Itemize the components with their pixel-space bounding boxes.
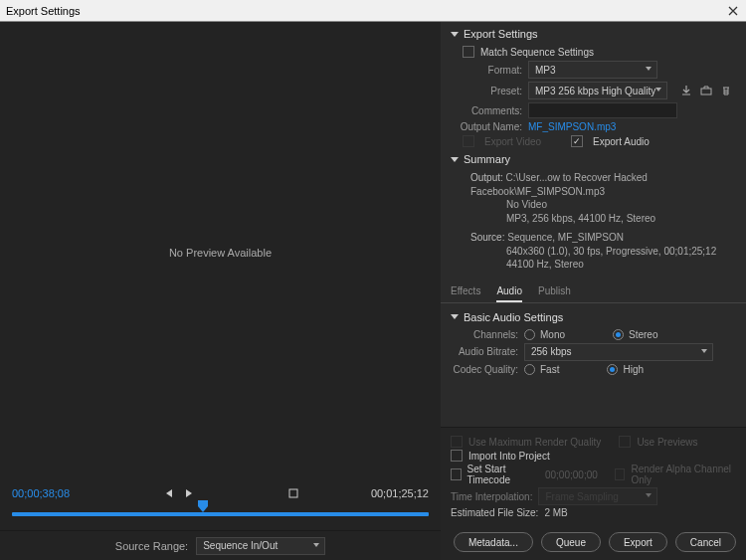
timeline-bar[interactable] [0, 504, 441, 522]
export-button[interactable]: Export [609, 532, 667, 552]
est-size-label: Estimated File Size: [451, 507, 538, 518]
radio-icon [524, 329, 535, 340]
footer-buttons: Metadata... Queue Export Cancel [441, 526, 746, 560]
playback-controls [70, 489, 287, 497]
radio-icon [524, 364, 535, 375]
max-render-checkbox [451, 436, 463, 448]
cancel-button[interactable]: Cancel [675, 532, 736, 552]
tabs: Effects Audio Publish [441, 281, 746, 303]
summary-source-label: Source: [470, 232, 504, 243]
preset-label: Preset: [451, 86, 522, 96]
source-range-value: Sequence In/Out [203, 540, 278, 551]
match-sequence-checkbox[interactable] [463, 46, 474, 58]
timeline-right-group: 00;01;25;12 [287, 487, 429, 499]
channels-mono-option[interactable]: Mono [524, 329, 565, 340]
chevron-down-icon [655, 88, 661, 92]
svg-marker-3 [198, 500, 208, 512]
prev-frame-icon[interactable] [166, 489, 174, 497]
summary-output: Output: C:\User...ow to Recover Hacked F… [451, 171, 736, 225]
channels-stereo-option[interactable]: Stereo [613, 329, 657, 340]
next-frame-icon[interactable] [184, 489, 192, 497]
settings-panel: Export Settings Match Sequence Settings … [441, 22, 746, 560]
comments-input[interactable] [528, 102, 677, 118]
preview-panel: No Preview Available 00;00;38;08 00;01;2… [0, 22, 441, 560]
source-range-dropdown[interactable]: Sequence In/Out [196, 537, 325, 555]
playhead-icon[interactable] [198, 500, 208, 514]
codec-group: Fast High [524, 364, 644, 375]
preset-dropdown[interactable]: MP3 256 kbps High Quality [528, 82, 667, 99]
summary-output-label: Output: [470, 172, 503, 183]
queue-button[interactable]: Queue [541, 532, 601, 552]
audio-settings-section: Basic Audio Settings Channels: Mono Ster… [441, 303, 746, 386]
bitrate-label: Audio Bitrate: [451, 346, 518, 357]
export-audio-label: Export Audio [593, 136, 650, 147]
time-interp-dropdown: Frame Sampling [538, 487, 657, 505]
preset-icons [679, 84, 733, 97]
channels-label: Channels: [451, 329, 518, 340]
title-bar: Export Settings [0, 0, 746, 22]
tab-effects[interactable]: Effects [451, 281, 480, 302]
summary-output-video: No Video [470, 199, 547, 210]
channels-group: Mono Stereo [524, 329, 657, 340]
svg-marker-0 [166, 489, 172, 497]
time-interp-label: Time Interpolation: [451, 491, 532, 502]
chevron-down-icon [701, 349, 707, 353]
svg-rect-4 [701, 89, 711, 94]
render-alpha-checkbox [615, 468, 626, 480]
tab-publish[interactable]: Publish [538, 281, 571, 302]
match-sequence-label: Match Sequence Settings [480, 47, 594, 58]
timeline-track[interactable] [12, 512, 429, 516]
time-interp-value: Frame Sampling [545, 491, 618, 502]
bitrate-dropdown[interactable]: 256 kbps [524, 343, 713, 361]
disclose-icon [451, 32, 459, 37]
start-timecode-value: 00;00;00;00 [545, 469, 598, 480]
export-video-checkbox [463, 135, 474, 147]
codec-fast-option[interactable]: Fast [524, 364, 559, 375]
format-value: MP3 [535, 65, 556, 76]
format-dropdown[interactable]: MP3 [528, 61, 657, 79]
svg-marker-1 [186, 489, 192, 497]
source-range-label: Source Range: [115, 540, 188, 552]
current-time[interactable]: 00;00;38;08 [12, 487, 70, 499]
summary-source-seq: Sequence, MF_SIMPSON [507, 232, 624, 243]
disclose-icon [451, 314, 459, 319]
summary-title: Summary [464, 153, 510, 165]
export-video-label: Export Video [484, 136, 541, 147]
est-size-value: 2 MB [544, 507, 567, 518]
tab-audio[interactable]: Audio [496, 281, 522, 302]
metadata-button[interactable]: Metadata... [454, 532, 533, 552]
format-label: Format: [451, 65, 522, 76]
close-icon[interactable] [726, 4, 740, 18]
use-previews-label: Use Previews [637, 437, 697, 448]
preset-value: MP3 256 kbps High Quality [535, 86, 655, 96]
chevron-down-icon [313, 543, 319, 547]
codec-high-option[interactable]: High [607, 364, 644, 375]
disclose-icon [451, 157, 459, 162]
export-audio-checkbox[interactable] [571, 135, 583, 147]
crop-icon[interactable] [287, 487, 299, 499]
chevron-down-icon [646, 67, 652, 71]
output-name-value[interactable]: MF_SIMPSON.mp3 [528, 121, 616, 132]
radio-icon [613, 329, 624, 340]
svg-rect-2 [289, 489, 297, 497]
import-project-label: Import Into Project [468, 451, 550, 462]
stereo-label: Stereo [629, 329, 657, 340]
preview-area: No Preview Available [0, 22, 441, 482]
export-settings-section: Export Settings Match Sequence Settings … [441, 22, 746, 280]
save-preset-icon[interactable] [679, 84, 693, 97]
timeline-info-row: 00;00;38;08 00;01;25;12 [0, 482, 441, 504]
no-preview-text: No Preview Available [169, 247, 272, 259]
summary-header[interactable]: Summary [451, 153, 736, 165]
start-timecode-checkbox[interactable] [451, 468, 462, 480]
comments-label: Comments: [451, 105, 522, 116]
export-settings-header[interactable]: Export Settings [451, 28, 736, 40]
mono-label: Mono [540, 329, 565, 340]
import-preset-icon[interactable] [699, 84, 713, 97]
summary-source-audio: 44100 Hz, Stereo [470, 259, 584, 270]
render-alpha-label: Render Alpha Channel Only [631, 464, 736, 485]
delete-preset-icon[interactable] [719, 84, 733, 97]
source-range-row: Source Range: Sequence In/Out [0, 530, 441, 560]
import-project-checkbox[interactable] [451, 450, 463, 462]
window-title: Export Settings [6, 5, 726, 17]
basic-audio-header[interactable]: Basic Audio Settings [451, 311, 736, 323]
